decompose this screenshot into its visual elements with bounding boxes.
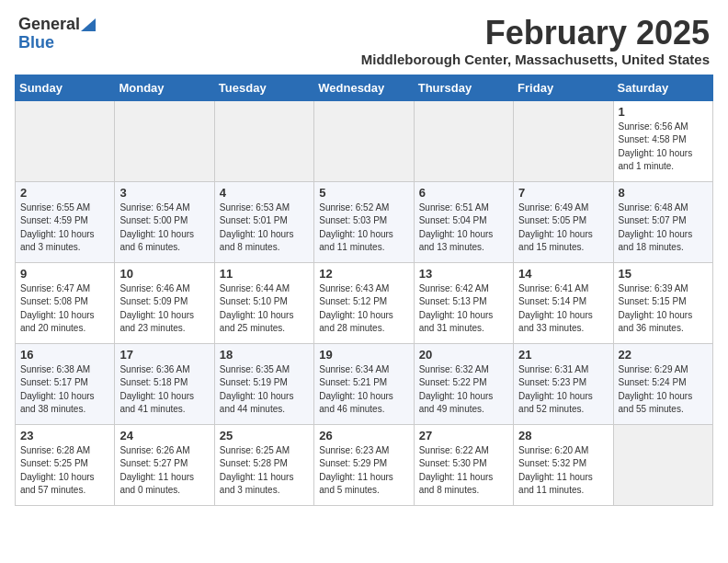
calendar-cell <box>214 100 313 181</box>
calendar-cell: 18Sunrise: 6:35 AM Sunset: 5:19 PM Dayli… <box>214 343 313 424</box>
day-number: 15 <box>619 267 708 281</box>
calendar: Sunday Monday Tuesday Wednesday Thursday… <box>0 75 728 521</box>
day-number: 8 <box>619 186 708 200</box>
header-row: Sunday Monday Tuesday Wednesday Thursday… <box>16 75 713 100</box>
logo-blue-text: Blue <box>18 34 54 51</box>
day-number: 27 <box>419 429 508 442</box>
day-info: Sunrise: 6:41 AM Sunset: 5:14 PM Dayligh… <box>518 282 608 336</box>
calendar-cell <box>514 100 613 181</box>
day-number: 18 <box>220 348 309 362</box>
day-info: Sunrise: 6:36 AM Sunset: 5:18 PM Dayligh… <box>119 363 209 417</box>
day-info: Sunrise: 6:34 AM Sunset: 5:21 PM Dayligh… <box>319 363 408 417</box>
calendar-cell: 20Sunrise: 6:32 AM Sunset: 5:22 PM Dayli… <box>414 343 513 424</box>
col-wednesday: Wednesday <box>314 75 414 100</box>
day-info: Sunrise: 6:35 AM Sunset: 5:19 PM Dayligh… <box>220 363 309 417</box>
day-number: 6 <box>419 186 508 200</box>
calendar-cell <box>115 100 214 181</box>
day-info: Sunrise: 6:56 AM Sunset: 4:58 PM Dayligh… <box>619 121 708 174</box>
calendar-cell: 21Sunrise: 6:31 AM Sunset: 5:23 PM Dayli… <box>514 343 613 424</box>
calendar-cell: 1Sunrise: 6:56 AM Sunset: 4:58 PM Daylig… <box>613 100 712 181</box>
location-subtitle: Middleborough Center, Massachusetts, Uni… <box>361 52 710 67</box>
calendar-cell <box>414 100 513 181</box>
day-info: Sunrise: 6:53 AM Sunset: 5:01 PM Dayligh… <box>220 201 309 255</box>
day-number: 17 <box>119 348 209 362</box>
day-info: Sunrise: 6:25 AM Sunset: 5:28 PM Dayligh… <box>220 444 309 498</box>
calendar-week-row: 9Sunrise: 6:47 AM Sunset: 5:08 PM Daylig… <box>16 262 713 343</box>
calendar-cell: 14Sunrise: 6:41 AM Sunset: 5:14 PM Dayli… <box>514 262 613 343</box>
day-info: Sunrise: 6:31 AM Sunset: 5:23 PM Dayligh… <box>518 363 608 417</box>
calendar-cell: 25Sunrise: 6:25 AM Sunset: 5:28 PM Dayli… <box>214 424 313 505</box>
calendar-body: 1Sunrise: 6:56 AM Sunset: 4:58 PM Daylig… <box>16 100 713 505</box>
calendar-cell <box>613 424 712 505</box>
calendar-cell <box>16 100 115 181</box>
calendar-cell: 9Sunrise: 6:47 AM Sunset: 5:08 PM Daylig… <box>16 262 115 343</box>
day-number: 22 <box>619 348 708 362</box>
calendar-cell: 19Sunrise: 6:34 AM Sunset: 5:21 PM Dayli… <box>314 343 414 424</box>
calendar-cell: 2Sunrise: 6:55 AM Sunset: 4:59 PM Daylig… <box>16 181 115 262</box>
calendar-week-row: 2Sunrise: 6:55 AM Sunset: 4:59 PM Daylig… <box>16 181 713 262</box>
calendar-cell: 10Sunrise: 6:46 AM Sunset: 5:09 PM Dayli… <box>115 262 214 343</box>
day-info: Sunrise: 6:49 AM Sunset: 5:05 PM Dayligh… <box>518 201 608 255</box>
day-number: 9 <box>20 267 109 281</box>
col-tuesday: Tuesday <box>214 75 313 100</box>
month-title: February 2025 <box>361 15 710 52</box>
day-info: Sunrise: 6:20 AM Sunset: 5:32 PM Dayligh… <box>518 444 608 498</box>
calendar-cell: 22Sunrise: 6:29 AM Sunset: 5:24 PM Dayli… <box>613 343 712 424</box>
day-info: Sunrise: 6:48 AM Sunset: 5:07 PM Dayligh… <box>619 201 708 255</box>
day-info: Sunrise: 6:43 AM Sunset: 5:12 PM Dayligh… <box>319 282 408 336</box>
svg-marker-0 <box>81 18 96 31</box>
calendar-cell: 17Sunrise: 6:36 AM Sunset: 5:18 PM Dayli… <box>115 343 214 424</box>
day-number: 14 <box>518 267 608 281</box>
day-number: 16 <box>20 348 109 362</box>
day-info: Sunrise: 6:22 AM Sunset: 5:30 PM Dayligh… <box>419 444 508 498</box>
day-number: 12 <box>319 267 408 281</box>
calendar-cell: 11Sunrise: 6:44 AM Sunset: 5:10 PM Dayli… <box>214 262 313 343</box>
calendar-cell: 5Sunrise: 6:52 AM Sunset: 5:03 PM Daylig… <box>314 181 414 262</box>
calendar-cell: 6Sunrise: 6:51 AM Sunset: 5:04 PM Daylig… <box>414 181 513 262</box>
day-number: 11 <box>220 267 309 281</box>
day-number: 10 <box>119 267 209 281</box>
calendar-cell: 7Sunrise: 6:49 AM Sunset: 5:05 PM Daylig… <box>514 181 613 262</box>
day-number: 21 <box>518 348 608 362</box>
day-number: 20 <box>419 348 508 362</box>
day-info: Sunrise: 6:52 AM Sunset: 5:03 PM Dayligh… <box>319 201 408 255</box>
calendar-cell: 24Sunrise: 6:26 AM Sunset: 5:27 PM Dayli… <box>115 424 214 505</box>
calendar-cell: 26Sunrise: 6:23 AM Sunset: 5:29 PM Dayli… <box>314 424 414 505</box>
calendar-table: Sunday Monday Tuesday Wednesday Thursday… <box>15 75 713 506</box>
day-info: Sunrise: 6:32 AM Sunset: 5:22 PM Dayligh… <box>419 363 508 417</box>
calendar-cell: 23Sunrise: 6:28 AM Sunset: 5:25 PM Dayli… <box>16 424 115 505</box>
calendar-cell: 12Sunrise: 6:43 AM Sunset: 5:12 PM Dayli… <box>314 262 414 343</box>
calendar-cell: 4Sunrise: 6:53 AM Sunset: 5:01 PM Daylig… <box>214 181 313 262</box>
day-number: 25 <box>220 429 309 442</box>
calendar-cell <box>314 100 414 181</box>
day-info: Sunrise: 6:38 AM Sunset: 5:17 PM Dayligh… <box>20 363 109 417</box>
calendar-week-row: 1Sunrise: 6:56 AM Sunset: 4:58 PM Daylig… <box>16 100 713 181</box>
col-friday: Friday <box>514 75 613 100</box>
day-info: Sunrise: 6:47 AM Sunset: 5:08 PM Dayligh… <box>20 282 109 336</box>
logo: General Blue <box>18 15 96 51</box>
col-monday: Monday <box>115 75 214 100</box>
logo-general-text: General <box>18 15 80 34</box>
day-number: 13 <box>419 267 508 281</box>
day-number: 26 <box>319 429 408 442</box>
day-info: Sunrise: 6:51 AM Sunset: 5:04 PM Dayligh… <box>419 201 508 255</box>
day-number: 7 <box>518 186 608 200</box>
col-saturday: Saturday <box>613 75 712 100</box>
calendar-week-row: 23Sunrise: 6:28 AM Sunset: 5:25 PM Dayli… <box>16 424 713 505</box>
day-info: Sunrise: 6:44 AM Sunset: 5:10 PM Dayligh… <box>220 282 309 336</box>
day-info: Sunrise: 6:39 AM Sunset: 5:15 PM Dayligh… <box>619 282 708 336</box>
logo-triangle-icon <box>81 18 96 31</box>
day-info: Sunrise: 6:26 AM Sunset: 5:27 PM Dayligh… <box>119 444 209 498</box>
day-number: 2 <box>20 186 109 200</box>
calendar-cell: 15Sunrise: 6:39 AM Sunset: 5:15 PM Dayli… <box>613 262 712 343</box>
day-number: 5 <box>319 186 408 200</box>
calendar-cell: 28Sunrise: 6:20 AM Sunset: 5:32 PM Dayli… <box>514 424 613 505</box>
col-thursday: Thursday <box>414 75 513 100</box>
calendar-cell: 8Sunrise: 6:48 AM Sunset: 5:07 PM Daylig… <box>613 181 712 262</box>
calendar-header: Sunday Monday Tuesday Wednesday Thursday… <box>16 75 713 100</box>
day-info: Sunrise: 6:54 AM Sunset: 5:00 PM Dayligh… <box>119 201 209 255</box>
day-number: 24 <box>119 429 209 442</box>
day-info: Sunrise: 6:28 AM Sunset: 5:25 PM Dayligh… <box>20 444 109 498</box>
calendar-cell: 3Sunrise: 6:54 AM Sunset: 5:00 PM Daylig… <box>115 181 214 262</box>
day-info: Sunrise: 6:42 AM Sunset: 5:13 PM Dayligh… <box>419 282 508 336</box>
